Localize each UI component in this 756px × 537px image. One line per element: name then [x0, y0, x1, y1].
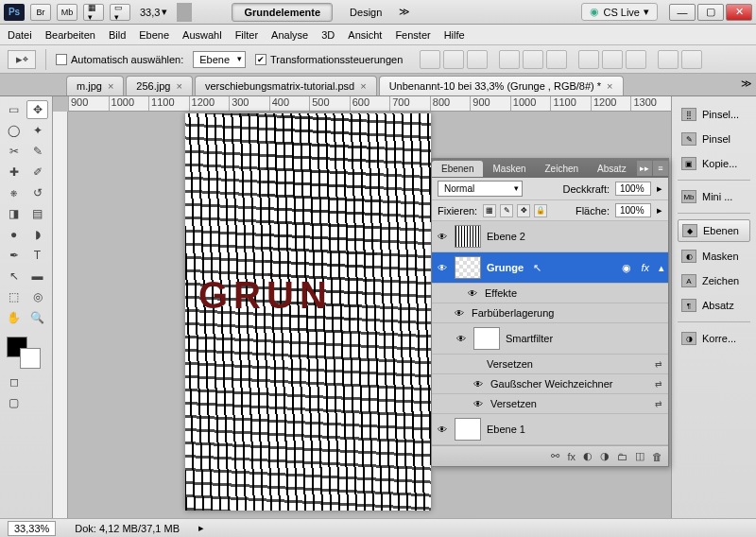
lock-all-icon[interactable]: 🔒: [534, 204, 547, 217]
visibility-icon[interactable]: 👁: [472, 379, 485, 390]
cslive-button[interactable]: ◉CS Live ▾: [581, 3, 658, 21]
dock-mini[interactable]: MbMini ...: [678, 186, 750, 207]
layer-row[interactable]: 👁 Ebene 2: [432, 221, 668, 252]
3d-tool[interactable]: ⬚: [3, 287, 25, 306]
filter-row[interactable]: 👁 Gaußscher Weichzeichner⇄: [432, 374, 668, 394]
arrange-dropdown[interactable]: ▦ ▾: [83, 4, 104, 21]
menu-datei[interactable]: Datei: [8, 29, 32, 41]
align-top-icon[interactable]: [420, 50, 440, 69]
blur-tool[interactable]: ●: [3, 225, 25, 244]
gradient-tool[interactable]: ▤: [26, 204, 48, 223]
filter-options-icon[interactable]: ⇄: [655, 399, 662, 408]
zoom-tool[interactable]: 🔍: [26, 308, 48, 327]
panel-tab-absatz[interactable]: Absatz: [588, 161, 636, 177]
lock-paint-icon[interactable]: ✎: [500, 204, 513, 217]
menu-hilfe[interactable]: Hilfe: [444, 29, 465, 41]
smartfilter-header[interactable]: 👁 Smartfilter: [432, 323, 668, 355]
align-hcenter-icon[interactable]: [523, 50, 543, 69]
doc-tab[interactable]: 256.jpg×: [126, 76, 193, 95]
trash-icon[interactable]: 🗑: [652, 451, 662, 462]
layer-thumb[interactable]: [455, 225, 481, 248]
lasso-tool[interactable]: ◯: [3, 121, 25, 140]
window-close[interactable]: ✕: [726, 4, 752, 21]
heal-tool[interactable]: ✚: [3, 163, 25, 182]
filter-options-icon[interactable]: ⇄: [655, 359, 662, 369]
auto-select-scope[interactable]: Ebene: [193, 51, 246, 68]
brush-tool[interactable]: ✐: [26, 163, 48, 182]
current-tool-icon[interactable]: ▸✥: [8, 50, 36, 69]
distribute-h-icon[interactable]: [578, 50, 599, 69]
distribute-v-icon[interactable]: [602, 50, 623, 69]
visibility-icon[interactable]: 👁: [436, 263, 449, 273]
align-vcenter-icon[interactable]: [443, 50, 464, 69]
fx-icon[interactable]: fx: [641, 262, 649, 273]
align-left-icon[interactable]: [499, 50, 520, 69]
3d-icon[interactable]: [681, 50, 702, 69]
menu-bearbeiten[interactable]: Bearbeiten: [45, 29, 95, 41]
visibility-icon[interactable]: 👁: [436, 232, 449, 242]
hand-tool[interactable]: ✋: [3, 308, 25, 327]
eraser-tool[interactable]: ◨: [3, 204, 25, 223]
dock-pinsel-preset[interactable]: ⣿Pinsel...: [678, 104, 750, 125]
layer-name[interactable]: Grunge: [487, 262, 524, 273]
panel-menu-icon[interactable]: ≡: [653, 161, 668, 176]
screen-mode[interactable]: ▢: [3, 393, 25, 412]
shape-tool[interactable]: ▬: [26, 267, 48, 286]
effect-row[interactable]: 👁 Farbüberlagerung: [432, 303, 668, 323]
effects-header[interactable]: 👁 Effekte: [432, 284, 668, 303]
type-tool[interactable]: T: [26, 246, 48, 265]
transform-controls-check[interactable]: ✔ Transformationssteuerungen: [255, 54, 403, 65]
dodge-tool[interactable]: ◗: [26, 225, 48, 244]
close-icon[interactable]: ×: [607, 80, 612, 92]
align-right-icon[interactable]: [546, 50, 567, 69]
visibility-icon[interactable]: 👁: [453, 308, 466, 319]
move-tool[interactable]: ✥: [26, 100, 48, 119]
distribute-icon[interactable]: [626, 50, 646, 69]
layer-name[interactable]: Ebene 1: [487, 424, 525, 435]
layer-name[interactable]: Ebene 2: [487, 231, 525, 242]
eyedropper-tool[interactable]: ✎: [26, 142, 48, 161]
auto-align-icon[interactable]: [658, 50, 679, 69]
doc-tab[interactable]: m.jpg×: [66, 76, 124, 95]
menu-ansicht[interactable]: Ansicht: [348, 29, 382, 41]
opacity-field[interactable]: 100%: [615, 182, 651, 196]
window-minimize[interactable]: —: [669, 4, 696, 21]
layer-thumb[interactable]: [455, 418, 481, 441]
adjust-add-icon[interactable]: ◑: [600, 450, 610, 462]
auto-select-check[interactable]: Automatisch auswählen:: [56, 54, 183, 65]
tabs-overflow[interactable]: ≫: [741, 78, 752, 90]
filter-row[interactable]: 👁 Versetzen⇄: [432, 394, 668, 414]
close-icon[interactable]: ×: [108, 80, 113, 92]
layer-row-selected[interactable]: 👁 Grunge ↖ ◉ fx ▴: [432, 252, 668, 284]
menu-3d[interactable]: 3D: [321, 29, 335, 41]
doc-info[interactable]: Dok: 4,12 MB/37,1 MB: [75, 523, 180, 534]
blend-mode-combo[interactable]: Normal: [438, 181, 523, 197]
panel-tab-zeichen[interactable]: Zeichen: [536, 161, 589, 177]
crop-tool[interactable]: ✂: [3, 142, 25, 161]
zoom-combo[interactable]: 33,3 ▾: [136, 6, 171, 18]
dock-masken[interactable]: ◐Masken: [678, 246, 750, 267]
dock-ebenen[interactable]: ◆Ebenen: [678, 219, 750, 242]
quickmask-toggle[interactable]: ◻: [3, 372, 25, 391]
panel-collapse-icon[interactable]: ▸▸: [637, 161, 652, 176]
status-chevron-icon[interactable]: ▸: [198, 522, 204, 534]
collapse-fx-icon[interactable]: ▴: [659, 262, 664, 274]
layer-row[interactable]: 👁 Ebene 1: [432, 414, 668, 445]
lock-move-icon[interactable]: ✥: [517, 204, 530, 217]
menu-auswahl[interactable]: Auswahl: [182, 29, 222, 41]
align-bottom-icon[interactable]: [467, 50, 488, 69]
doc-tab-active[interactable]: Unbenannt-10 bei 33,3% (Grunge , RGB/8#)…: [379, 76, 624, 95]
fill-field[interactable]: 100%: [615, 203, 651, 217]
close-icon[interactable]: ×: [176, 80, 181, 92]
stamp-tool[interactable]: ⎈: [3, 183, 25, 202]
filtermask-thumb[interactable]: [473, 327, 500, 350]
minibridge-button[interactable]: Mb: [57, 4, 77, 21]
menu-filter[interactable]: Filter: [235, 29, 258, 41]
menu-ebene[interactable]: Ebene: [139, 29, 169, 41]
panel-tab-ebenen[interactable]: Ebenen: [432, 161, 483, 177]
chevron-icon[interactable]: ▸: [657, 182, 662, 195]
mask-add-icon[interactable]: ◐: [583, 450, 593, 462]
workspace-design[interactable]: Design: [338, 4, 393, 21]
extras-dropdown[interactable]: ▭ ▾: [110, 4, 130, 21]
filter-row[interactable]: Versetzen⇄: [432, 355, 668, 374]
